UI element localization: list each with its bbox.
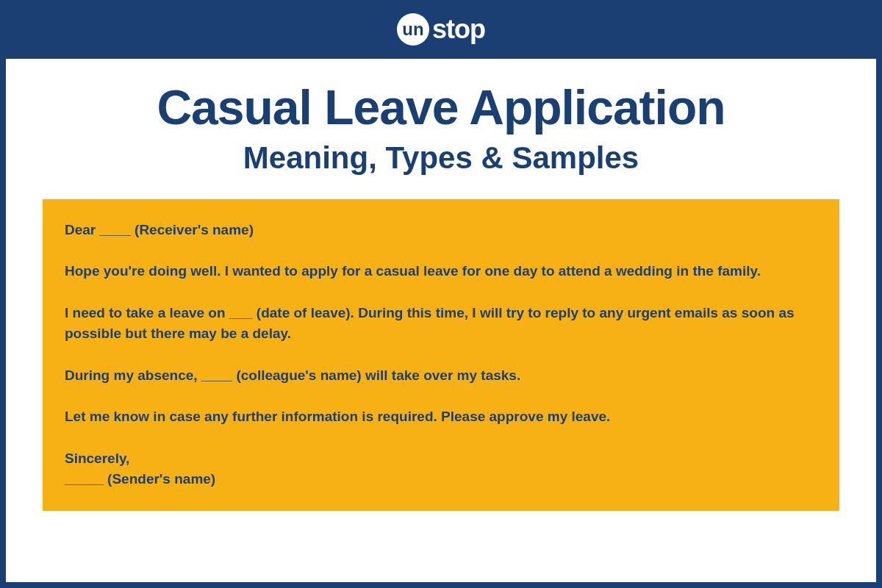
letter-paragraph-2: I need to take a leave on ___ (date of l… (65, 303, 817, 345)
logo-circle-text: un (402, 19, 423, 40)
letter-greeting: Dear ____ (Receiver's name) (65, 220, 817, 241)
logo-circle-icon: un (397, 13, 429, 46)
content-card: Casual Leave Application Meaning, Types … (6, 59, 876, 582)
letter-closing: Sincerely, _____ (Sender's name) (65, 448, 817, 490)
letter-signoff: Sincerely, (65, 451, 129, 466)
letter-paragraph-3: During my absence, ____ (colleague's nam… (65, 365, 817, 387)
letter-paragraph-1: Hope you're doing well. I wanted to appl… (65, 261, 817, 282)
letter-sender: _____ (Sender's name) (65, 471, 215, 487)
brand-logo: un stop (397, 13, 485, 46)
page-title: Casual Leave Application (43, 81, 839, 135)
page-subtitle: Meaning, Types & Samples (43, 140, 839, 176)
logo-wordmark: stop (432, 14, 485, 45)
sample-letter-box: Dear ____ (Receiver's name) Hope you're … (43, 199, 839, 511)
header-bar: un stop (0, 0, 882, 59)
letter-paragraph-4: Let me know in case any further informat… (65, 406, 817, 428)
